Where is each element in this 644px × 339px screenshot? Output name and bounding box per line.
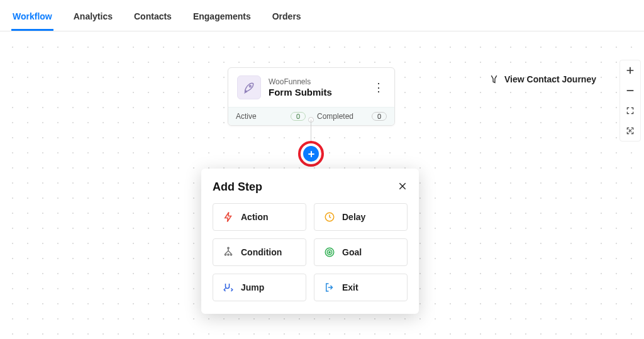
step-option-label: Delay [342,212,365,222]
view-contact-journey-button[interactable]: View Contact Journey [484,69,600,89]
step-option-goal[interactable]: Goal [314,238,408,266]
zoom-in-button[interactable] [620,60,640,81]
step-option-label: Jump [241,282,264,292]
fit-view-button[interactable] [620,121,640,141]
tab-orders[interactable]: Orders [271,6,303,31]
svg-point-8 [329,252,330,253]
tab-workflow[interactable]: Workflow [11,6,53,31]
zoom-out-button[interactable] [620,81,640,101]
svg-point-0 [249,86,251,87]
bolt-icon [222,211,235,223]
workflow-canvas: View Contact Journey WooFunnels Form Sub… [0,35,644,339]
exit-icon [323,281,336,294]
step-option-condition[interactable]: Condition [213,238,306,266]
trigger-source: WooFunnels [269,77,364,86]
step-option-exit[interactable]: Exit [314,274,408,301]
view-journey-label: View Contact Journey [504,74,596,84]
target-icon [323,246,336,258]
add-step-button[interactable] [298,141,324,167]
trigger-menu-button[interactable]: ⋮ [372,81,386,94]
stat-active-value: 0 [291,112,306,121]
tab-contacts[interactable]: Contacts [133,6,173,31]
step-option-label: Action [241,212,269,222]
step-option-action[interactable]: Action [213,203,306,231]
add-step-popover: Add Step Action Delay [201,169,419,314]
trigger-title: Form Submits [269,87,364,97]
step-option-label: Goal [342,247,362,257]
fullscreen-button[interactable] [620,101,640,121]
step-option-label: Exit [342,282,358,292]
trigger-title-wrap: WooFunnels Form Submits [269,77,364,97]
stat-completed-label: Completed [317,112,372,121]
nav-tabs: Workflow Analytics Contacts Engagements … [0,0,644,31]
rocket-icon [237,75,261,99]
tab-engagements[interactable]: Engagements [192,6,252,31]
canvas-controls [619,60,641,142]
step-option-label: Condition [241,247,282,257]
plus-icon [303,146,319,162]
jump-icon [222,281,235,294]
step-option-delay[interactable]: Delay [314,203,408,231]
stat-completed-value: 0 [372,112,387,121]
trigger-body: WooFunnels Form Submits ⋮ [228,68,394,107]
popover-title: Add Step [213,181,262,194]
stat-active-label: Active [236,112,291,121]
filter-icon [488,73,501,86]
clock-icon [323,211,336,223]
tab-analytics[interactable]: Analytics [72,6,114,31]
step-option-jump[interactable]: Jump [213,274,306,301]
svg-point-5 [228,254,229,255]
branch-icon [222,246,235,258]
svg-point-3 [225,254,226,255]
svg-point-4 [230,254,231,255]
popover-close-button[interactable] [397,180,408,194]
